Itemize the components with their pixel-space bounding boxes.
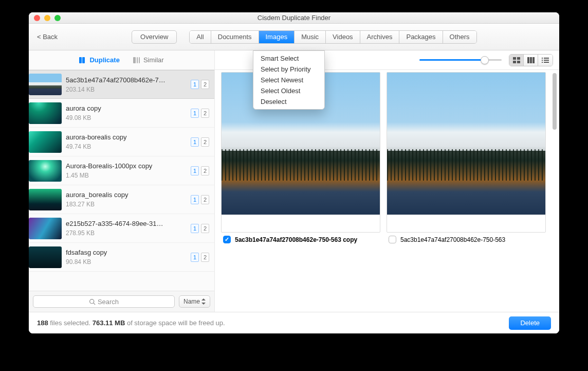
preview-card-footer bbox=[222, 215, 380, 232]
list-item-name: fdsafasg copy bbox=[66, 249, 188, 256]
list-item-name: aurora copy bbox=[66, 104, 188, 112]
list-icon bbox=[542, 57, 549, 63]
count-selected: 1 bbox=[191, 253, 199, 262]
count-total: 2 bbox=[201, 224, 209, 233]
status-size: 763.11 MB bbox=[93, 319, 125, 327]
svg-rect-3 bbox=[137, 57, 138, 63]
delete-button[interactable]: Delete bbox=[509, 316, 551, 330]
list-item-counts: 12 bbox=[191, 109, 209, 118]
sidebar-footer: Search Name bbox=[29, 291, 214, 312]
svg-line-6 bbox=[94, 303, 95, 304]
select-context-menu: Smart SelectSelect by PrioritySelect New… bbox=[253, 50, 325, 110]
list-item-size: 278.95 KB bbox=[66, 229, 188, 237]
svg-rect-1 bbox=[82, 57, 85, 63]
list-item-meta: 5ac3b1e47a74af27008b462e-7…203.14 KB bbox=[66, 76, 188, 93]
list-item-counts: 12 bbox=[191, 80, 209, 89]
menu-item-deselect[interactable]: Deselect bbox=[253, 96, 324, 107]
preview-image bbox=[387, 73, 545, 215]
menu-item-smart-select[interactable]: Smart Select bbox=[253, 53, 324, 64]
svg-rect-0 bbox=[79, 57, 82, 63]
svg-marker-8 bbox=[201, 303, 206, 305]
list-item[interactable]: fdsafasg copy90.84 KB12 bbox=[29, 243, 214, 272]
list-item[interactable]: aurora_borealis copy183.27 KB12 bbox=[29, 185, 214, 214]
count-total: 2 bbox=[201, 195, 209, 204]
svg-rect-12 bbox=[517, 61, 520, 63]
sort-arrows-icon bbox=[201, 298, 206, 305]
preview-card-footer bbox=[387, 215, 545, 232]
list-item[interactable]: aurora copy49.08 KB12 bbox=[29, 99, 214, 128]
view-columns-button[interactable] bbox=[524, 55, 538, 66]
category-music[interactable]: Music bbox=[295, 31, 326, 43]
category-packages[interactable]: Packages bbox=[399, 31, 443, 43]
menu-item-select-newest[interactable]: Select Newest bbox=[253, 75, 324, 85]
sort-button[interactable]: Name bbox=[179, 295, 210, 308]
list-item-meta: Aurora-Borealis-1000px copy1.45 MB bbox=[66, 162, 188, 179]
count-total: 2 bbox=[201, 137, 209, 147]
view-list-button[interactable] bbox=[538, 55, 553, 66]
sidebar: Duplicate Similar 5ac3b1e47a74af27008b46… bbox=[29, 50, 215, 312]
list-item[interactable]: aurora-borealis copy49.74 KB12 bbox=[29, 128, 214, 156]
titlebar: Cisdem Duplicate Finder bbox=[29, 12, 559, 24]
category-images[interactable]: Images bbox=[259, 31, 295, 43]
svg-rect-9 bbox=[513, 57, 516, 60]
svg-point-5 bbox=[90, 299, 94, 303]
preview-checkbox[interactable] bbox=[223, 236, 231, 243]
status-bar: 188 files selected. 763.11 MB of storage… bbox=[29, 312, 559, 333]
list-item-name: aurora_borealis copy bbox=[66, 191, 188, 199]
duplicate-icon bbox=[79, 57, 87, 64]
count-selected: 1 bbox=[191, 80, 199, 89]
preview-scrollbar[interactable] bbox=[551, 71, 558, 310]
count-selected: 1 bbox=[191, 195, 199, 204]
category-archives[interactable]: Archives bbox=[360, 31, 400, 43]
list-thumbnail bbox=[29, 218, 62, 239]
count-selected: 1 bbox=[191, 166, 199, 175]
svg-rect-4 bbox=[139, 57, 140, 63]
overview-button[interactable]: Overview bbox=[132, 30, 177, 44]
list-item-size: 49.08 KB bbox=[66, 114, 188, 121]
thumbnail-size-slider[interactable] bbox=[419, 55, 502, 65]
svg-rect-21 bbox=[544, 62, 549, 63]
list-item-size: 203.14 KB bbox=[66, 86, 188, 93]
preview-checkbox[interactable] bbox=[389, 236, 396, 243]
category-documents[interactable]: Documents bbox=[211, 31, 259, 43]
list-item-size: 90.84 KB bbox=[66, 258, 188, 266]
sort-label: Name bbox=[183, 298, 200, 305]
slider-knob[interactable] bbox=[481, 56, 489, 64]
toolbar: < Back Overview AllDocumentsImagesMusicV… bbox=[29, 24, 559, 50]
list-item[interactable]: e215b527-a335-4674-89ee-31…278.95 KB12 bbox=[29, 214, 214, 243]
category-videos[interactable]: Videos bbox=[326, 31, 360, 43]
similar-icon bbox=[133, 57, 141, 64]
status-text: 188 files selected. 763.11 MB of storage… bbox=[37, 319, 225, 327]
list-item-name: aurora-borealis copy bbox=[66, 133, 188, 141]
tab-duplicate[interactable]: Duplicate bbox=[79, 56, 120, 64]
category-all[interactable]: All bbox=[190, 31, 211, 43]
preview-card-label-row: 5ac3b1e47a74af27008b462e-750-563 bbox=[387, 233, 546, 243]
list-item-name: 5ac3b1e47a74af27008b462e-7… bbox=[66, 76, 188, 84]
list-item-counts: 12 bbox=[191, 253, 209, 262]
status-count: 188 bbox=[37, 319, 48, 327]
count-selected: 1 bbox=[191, 137, 199, 147]
list-item[interactable]: 5ac3b1e47a74af27008b462e-7…203.14 KB12 bbox=[29, 70, 214, 99]
count-total: 2 bbox=[201, 80, 209, 89]
count-selected: 1 bbox=[191, 109, 199, 118]
list-item[interactable]: Aurora-Borealis-1000px copy1.45 MB12 bbox=[29, 156, 214, 185]
svg-marker-7 bbox=[201, 298, 206, 301]
svg-rect-2 bbox=[133, 57, 136, 63]
back-button[interactable]: < Back bbox=[37, 33, 58, 41]
menu-item-select-by-priority[interactable]: Select by Priority bbox=[253, 64, 324, 75]
tab-similar[interactable]: Similar bbox=[133, 56, 164, 64]
window-title: Cisdem Duplicate Finder bbox=[29, 14, 559, 22]
search-input[interactable]: Search bbox=[33, 295, 175, 308]
list-item-meta: aurora-borealis copy49.74 KB bbox=[66, 133, 188, 150]
duplicate-list: 5ac3b1e47a74af27008b462e-7…203.14 KB12au… bbox=[29, 70, 214, 291]
category-others[interactable]: Others bbox=[443, 31, 476, 43]
preview-filename: 5ac3b1e47a74af27008b462e-750-563 copy bbox=[235, 236, 357, 243]
scrollbar-thumb[interactable] bbox=[553, 73, 557, 130]
menu-item-select-oldest[interactable]: Select Oldest bbox=[253, 85, 324, 96]
sidebar-tabs: Duplicate Similar bbox=[29, 50, 214, 70]
preview-card[interactable]: 5ac3b1e47a74af27008b462e-750-563 bbox=[387, 72, 546, 243]
svg-rect-20 bbox=[542, 62, 543, 63]
view-grid-button[interactable] bbox=[509, 55, 524, 66]
list-item-meta: e215b527-a335-4674-89ee-31…278.95 KB bbox=[66, 220, 188, 237]
count-total: 2 bbox=[201, 166, 209, 175]
